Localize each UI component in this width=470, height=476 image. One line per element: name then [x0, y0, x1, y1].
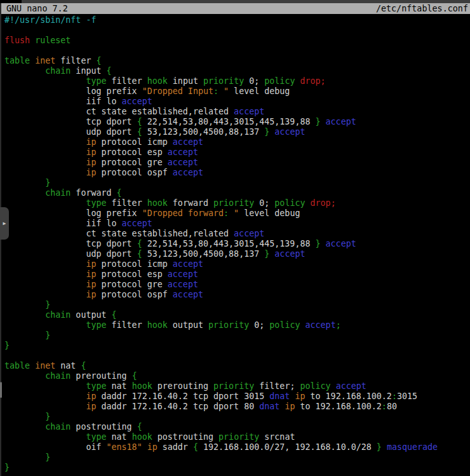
code-line[interactable]: ip protocol gre accept	[4, 280, 438, 290]
code-line[interactable]: ip daddr 172.16.40.2 tcp dport 80 dnat i…	[4, 402, 438, 412]
code-segment	[4, 300, 45, 309]
screenshot-root: { "window": { "title_left": "GNU nano 7.…	[0, 0, 470, 476]
code-segment: }	[4, 463, 10, 472]
code-line[interactable]: ip protocol gre accept	[4, 158, 438, 168]
sidebar-pull-handle[interactable]: ▶	[0, 207, 9, 240]
code-segment: protocol ospf	[96, 168, 172, 177]
code-segment: }	[316, 239, 321, 248]
code-segment: }	[45, 412, 50, 421]
code-segment: ip	[147, 442, 158, 452]
code-segment: level debug	[229, 86, 290, 96]
code-segment: daddr 172.16.40.2 tcp dport 3015	[96, 391, 269, 401]
code-segment: chain	[45, 66, 70, 76]
code-line[interactable]: iif lo accept	[4, 97, 438, 107]
code-segment: type	[86, 198, 106, 208]
code-line[interactable]: }	[4, 412, 438, 422]
code-segment: table	[4, 361, 30, 371]
code-segment	[4, 290, 86, 299]
code-segment: "Dropped Input	[142, 86, 213, 96]
code-segment: tcp dport	[4, 117, 137, 126]
code-segment: 22,514,53,80,443,3015,445,139,88	[142, 239, 316, 248]
code-line[interactable]: oif "ens18" ip saddr { 192.168.100.0/27,…	[4, 442, 438, 452]
code-line[interactable]: ip protocol esp accept	[4, 269, 438, 280]
code-segment	[321, 239, 326, 248]
file-path-label: /etc/nftables.conf	[376, 3, 470, 14]
code-segment	[4, 402, 86, 411]
code-segment	[4, 269, 86, 279]
code-segment: hook	[132, 381, 152, 391]
code-line[interactable]: udp dport { 53,123,500,4500,88,137 } acc…	[4, 127, 438, 137]
code-line[interactable]: }	[4, 341, 438, 351]
code-line[interactable]: ip protocol icmp accept	[4, 259, 438, 269]
code-line[interactable]: flush ruleset	[4, 36, 438, 46]
code-line[interactable]: ip protocol esp accept	[4, 147, 438, 158]
code-segment: accept	[274, 249, 305, 259]
code-line[interactable]: type nat hook prerouting priority filter…	[4, 381, 438, 391]
code-segment: ip	[86, 147, 96, 157]
code-line[interactable]: log prefix "Dropped forward: " level deb…	[4, 208, 438, 219]
code-segment: :	[392, 391, 397, 401]
code-line[interactable]: chain input {	[4, 66, 438, 76]
code-line[interactable]: chain forward {	[4, 188, 438, 198]
code-line[interactable]: }	[4, 178, 438, 188]
code-line[interactable]: }	[4, 330, 438, 341]
code-segment: inet	[35, 56, 55, 65]
code-segment: prerouting	[152, 381, 213, 391]
code-segment: }	[45, 330, 50, 340]
code-line[interactable]	[4, 351, 438, 361]
app-version-label: GNU nano 7.2	[0, 3, 68, 14]
code-line[interactable]: ct state established,related accept	[4, 107, 438, 117]
code-line[interactable]: type filter hook forward priority 0; pol…	[4, 198, 438, 208]
code-segment: inet	[35, 361, 55, 371]
code-segment: log prefix	[4, 208, 142, 218]
code-segment: ct state established,related	[4, 229, 234, 238]
code-line[interactable]: ip protocol ospf accept	[4, 290, 438, 300]
editor-area[interactable]: #!/usr/sbin/nft -f flush ruleset table i…	[0, 14, 470, 476]
code-line[interactable]: #!/usr/sbin/nft -f	[4, 15, 438, 25]
code-line[interactable]: chain postrouting {	[4, 422, 438, 432]
code-segment: {	[137, 249, 142, 259]
code-line[interactable]: chain output {	[4, 310, 438, 320]
code-line[interactable]: udp dport { 53,123,500,4500,88,137 } acc…	[4, 249, 438, 259]
code-line[interactable]: table inet nat {	[4, 361, 438, 371]
code-line[interactable]: ip protocol ospf accept	[4, 168, 438, 178]
code-segment: priority	[218, 432, 259, 442]
code-segment: accept	[168, 158, 198, 167]
code-segment: ip	[86, 280, 96, 289]
code-segment: accept	[122, 219, 152, 228]
code-segment: 22,514,53,80,443,3015,445,139,88	[142, 117, 316, 126]
code-segment: flush	[4, 36, 30, 45]
code-segment: udp dport	[4, 249, 137, 259]
code-line[interactable]: tcp dport { 22,514,53,80,443,3015,445,13…	[4, 117, 438, 127]
code-segment: srcnat	[259, 432, 295, 442]
code-line[interactable]	[4, 46, 438, 56]
code-segment	[4, 76, 86, 86]
code-segment: hook	[147, 76, 168, 86]
code-line[interactable]	[4, 25, 438, 36]
code-segment	[4, 198, 86, 208]
code-segment: saddr	[158, 442, 193, 452]
chevron-right-icon: ▶	[3, 221, 6, 226]
code-segment	[4, 178, 45, 187]
code-segment: drop;	[311, 198, 336, 208]
code-segment: dnat	[269, 391, 290, 401]
scrollbar-thumb[interactable]	[0, 382, 2, 398]
code-line[interactable]: }	[4, 463, 438, 473]
code-line[interactable]: }	[4, 452, 438, 463]
code-segment	[4, 259, 86, 269]
code-line[interactable]: log prefix "Dropped Input: " level debug	[4, 86, 438, 97]
code-line[interactable]: type filter hook output priority 0; poli…	[4, 320, 438, 330]
code-line[interactable]: ct state established,related accept	[4, 229, 438, 239]
code-line[interactable]: table inet filter {	[4, 56, 438, 66]
code-line[interactable]: tcp dport { 22,514,53,80,443,3015,445,13…	[4, 239, 438, 249]
code-segment	[30, 361, 35, 371]
code-line[interactable]: chain prerouting {	[4, 371, 438, 381]
code-segment: chain	[45, 422, 70, 432]
code-line[interactable]: }	[4, 300, 438, 310]
code-line[interactable]: ip daddr 172.16.40.2 tcp dport 3015 dnat…	[4, 391, 438, 402]
code-line[interactable]: type filter hook input priority 0; polic…	[4, 76, 438, 86]
code-line[interactable]: iif lo accept	[4, 219, 438, 229]
code-segment: ;	[336, 320, 341, 330]
code-line[interactable]: type nat hook postrouting priority srcna…	[4, 432, 438, 442]
code-line[interactable]: ip protocol icmp accept	[4, 137, 438, 147]
